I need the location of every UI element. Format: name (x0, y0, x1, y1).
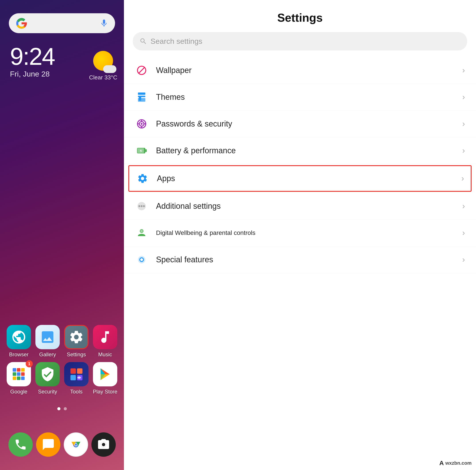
time: 9:24 (10, 44, 55, 68)
dock-camera[interactable] (91, 432, 116, 457)
settings-title: Settings (124, 11, 476, 24)
app-settings[interactable]: Settings (63, 325, 90, 358)
special-text: Special features (156, 255, 460, 264)
dock-phone[interactable] (8, 432, 33, 457)
gallery-icon (40, 329, 55, 345)
tools-icon (69, 367, 84, 382)
app-gallery[interactable]: Gallery (34, 325, 61, 358)
wallpaper-text: Wallpaper (156, 66, 460, 75)
svg-rect-9 (13, 376, 16, 380)
apps-text: Apps (157, 174, 459, 183)
settings-label: Settings (67, 351, 86, 358)
app-row-2: 1 Google Security (4, 362, 119, 395)
google-g-icon (16, 17, 28, 29)
settings-item-themes[interactable]: Themes › (124, 84, 476, 111)
weather-cloud-icon (103, 65, 116, 73)
camera-icon (97, 438, 110, 451)
dot-1 (57, 407, 60, 410)
date: Fri, June 28 (10, 70, 55, 78)
browser-icon (11, 329, 27, 345)
mic-icon (100, 19, 108, 28)
special-icon (135, 253, 148, 266)
battery-label: Battery & performance (156, 146, 236, 155)
settings-item-wallpaper[interactable]: Wallpaper › (124, 57, 476, 84)
google-badge: 1 (26, 360, 33, 367)
browser-label: Browser (9, 351, 29, 358)
settings-item-passwords[interactable]: Passwords & security › (124, 111, 476, 137)
wallpaper-icon (135, 64, 148, 77)
messages-icon (42, 438, 55, 451)
dock-messages[interactable] (36, 432, 60, 457)
additional-icon (135, 199, 148, 213)
passwords-label: Passwords & security (156, 119, 232, 128)
wallpaper-chevron: › (462, 66, 465, 75)
apps-chevron: › (461, 174, 464, 183)
additional-label: Additional settings (156, 201, 221, 211)
app-security[interactable]: Security (34, 362, 61, 395)
phone-search-bar[interactable] (9, 13, 115, 33)
search-icon (139, 37, 147, 45)
time-display: 9:24 Fri, June 28 (10, 44, 55, 78)
svg-rect-11 (21, 376, 25, 380)
svg-point-41 (138, 205, 140, 207)
playstore-label: Play Store (93, 389, 118, 395)
app-row-1: Browser Gallery (4, 325, 119, 358)
apps-icon (136, 172, 149, 185)
svg-rect-7 (17, 372, 20, 376)
svg-point-48 (140, 258, 143, 261)
appuals-text: A (439, 460, 443, 467)
tools-label: Tools (70, 389, 83, 395)
settings-list: Wallpaper › Themes › (124, 57, 476, 459)
settings-item-wellbeing[interactable]: Digital Wellbeing & parental controls › (124, 220, 476, 246)
svg-rect-8 (21, 372, 25, 376)
battery-chevron: › (462, 146, 465, 155)
settings-item-battery[interactable]: Battery & performance › (124, 137, 476, 164)
music-icon (97, 329, 113, 345)
app-google[interactable]: 1 Google (5, 362, 32, 395)
watermark-text: wxzbn.com (445, 460, 472, 466)
svg-rect-14 (70, 375, 76, 380)
phone-screen: 9:24 Fri, June 28 Clear 33°C Browser (0, 0, 124, 470)
themes-chevron: › (462, 93, 465, 102)
themes-text: Themes (156, 93, 460, 102)
google-label: Google (10, 389, 27, 395)
svg-rect-6 (13, 372, 16, 376)
svg-rect-17 (77, 377, 81, 378)
settings-search-bar[interactable]: Search settings (133, 32, 467, 50)
app-playstore[interactable]: Play Store (92, 362, 119, 395)
settings-item-apps[interactable]: Apps › (128, 165, 472, 192)
passwords-icon (135, 117, 148, 130)
svg-rect-5 (21, 368, 25, 372)
settings-item-additional[interactable]: Additional settings › (124, 193, 476, 220)
special-label: Special features (156, 255, 213, 264)
dock-chrome[interactable] (64, 432, 88, 457)
music-label: Music (98, 351, 112, 358)
svg-point-42 (141, 205, 142, 207)
passwords-chevron: › (462, 119, 465, 129)
svg-rect-28 (139, 97, 141, 101)
svg-point-45 (140, 229, 143, 232)
svg-point-2 (44, 334, 46, 336)
themes-label: Themes (156, 93, 185, 101)
app-grid: Browser Gallery (0, 325, 124, 399)
svg-point-31 (141, 123, 142, 125)
apps-label: Apps (157, 174, 175, 183)
app-tools[interactable]: Tools (63, 362, 90, 395)
settings-item-special[interactable]: Special features › (124, 246, 476, 273)
wellbeing-chevron: › (462, 228, 465, 238)
bottom-dock (0, 432, 124, 457)
phone-icon (14, 438, 27, 451)
playstore-icon (97, 367, 113, 382)
svg-rect-12 (70, 368, 76, 373)
passwords-text: Passwords & security (156, 119, 460, 129)
svg-rect-37 (145, 149, 147, 152)
svg-rect-4 (17, 368, 20, 372)
weather-widget: Clear 33°C (89, 51, 117, 81)
app-browser[interactable]: Browser (5, 325, 32, 358)
wellbeing-text: Digital Wellbeing & parental controls (156, 229, 460, 237)
additional-text: Additional settings (156, 201, 460, 211)
additional-chevron: › (462, 201, 465, 211)
weather-text: Clear 33°C (89, 74, 117, 81)
app-music[interactable]: Music (92, 325, 119, 358)
settings-panel: Settings Search settings Wallpaper › (124, 0, 476, 470)
